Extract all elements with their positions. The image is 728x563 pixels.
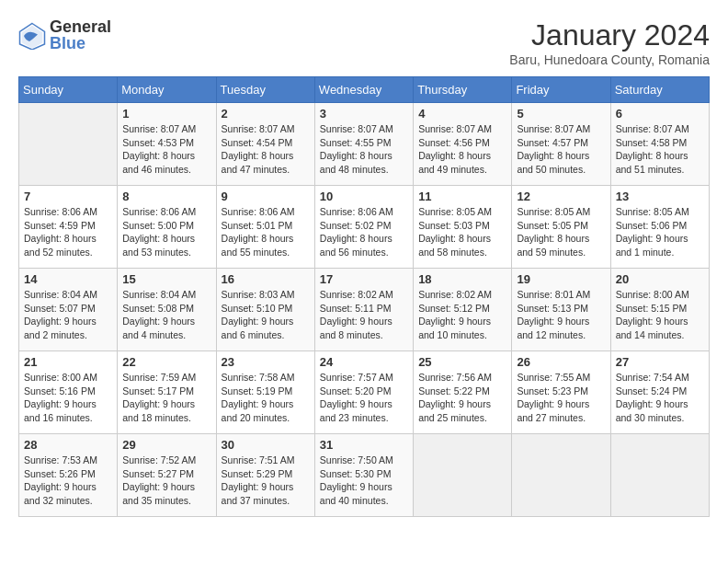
day-number: 13 <box>616 190 704 203</box>
calendar-cell: 9Sunrise: 8:06 AMSunset: 5:01 PMDaylight… <box>216 186 314 269</box>
calendar-cell: 27Sunrise: 7:54 AMSunset: 5:24 PMDayligh… <box>610 351 709 434</box>
day-number: 19 <box>517 272 605 286</box>
calendar-cell: 15Sunrise: 8:04 AMSunset: 5:08 PMDayligh… <box>118 269 216 351</box>
weekday-header-thursday: Thursday <box>414 77 512 103</box>
day-detail: Sunrise: 7:52 AMSunset: 5:27 PMDaylight:… <box>122 454 210 508</box>
day-number: 24 <box>320 355 408 369</box>
calendar-cell: 19Sunrise: 8:01 AMSunset: 5:13 PMDayligh… <box>512 269 610 351</box>
day-detail: Sunrise: 8:05 AMSunset: 5:03 PMDaylight:… <box>418 205 506 259</box>
calendar-table: SundayMondayTuesdayWednesdayThursdayFrid… <box>18 76 710 517</box>
weekday-header-sunday: Sunday <box>19 77 118 103</box>
month-title: January 2024 <box>509 18 710 52</box>
day-detail: Sunrise: 7:50 AMSunset: 5:30 PMDaylight:… <box>320 454 408 508</box>
day-number: 16 <box>222 272 310 286</box>
calendar-cell: 24Sunrise: 7:57 AMSunset: 5:20 PMDayligh… <box>314 351 413 434</box>
calendar-cell: 29Sunrise: 7:52 AMSunset: 5:27 PMDayligh… <box>118 434 216 517</box>
day-detail: Sunrise: 8:07 AMSunset: 4:56 PMDaylight:… <box>418 122 506 177</box>
day-detail: Sunrise: 8:00 AMSunset: 5:16 PMDaylight:… <box>24 371 112 425</box>
calendar-cell: 28Sunrise: 7:53 AMSunset: 5:26 PMDayligh… <box>19 434 118 517</box>
day-number: 28 <box>24 438 112 452</box>
day-number: 25 <box>418 355 506 369</box>
day-detail: Sunrise: 8:03 AMSunset: 5:10 PMDaylight:… <box>222 288 310 342</box>
day-detail: Sunrise: 7:57 AMSunset: 5:20 PMDaylight:… <box>320 371 408 425</box>
calendar-week-row: 14Sunrise: 8:04 AMSunset: 5:07 PMDayligh… <box>19 269 710 351</box>
day-detail: Sunrise: 8:05 AMSunset: 5:05 PMDaylight:… <box>517 205 605 259</box>
calendar-cell: 13Sunrise: 8:05 AMSunset: 5:06 PMDayligh… <box>610 186 709 269</box>
calendar-cell: 3Sunrise: 8:07 AMSunset: 4:55 PMDaylight… <box>314 103 413 186</box>
calendar-cell: 8Sunrise: 8:06 AMSunset: 5:00 PMDaylight… <box>118 186 216 269</box>
day-detail: Sunrise: 8:07 AMSunset: 4:53 PMDaylight:… <box>122 122 210 177</box>
page-header: General Blue January 2024 Baru, Hunedoar… <box>18 18 710 67</box>
day-detail: Sunrise: 7:59 AMSunset: 5:17 PMDaylight:… <box>122 371 210 425</box>
day-number: 27 <box>616 355 704 369</box>
title-block: January 2024 Baru, Hunedoara County, Rom… <box>509 18 710 67</box>
weekday-header-wednesday: Wednesday <box>314 77 413 103</box>
day-number: 1 <box>122 107 210 121</box>
calendar-cell: 5Sunrise: 8:07 AMSunset: 4:57 PMDaylight… <box>512 103 610 186</box>
day-number: 4 <box>418 107 506 121</box>
calendar-cell <box>610 434 709 517</box>
day-number: 30 <box>222 438 310 452</box>
calendar-cell: 18Sunrise: 8:02 AMSunset: 5:12 PMDayligh… <box>414 269 512 351</box>
calendar-cell: 16Sunrise: 8:03 AMSunset: 5:10 PMDayligh… <box>216 269 314 351</box>
calendar-cell: 2Sunrise: 8:07 AMSunset: 4:54 PMDaylight… <box>216 103 314 186</box>
day-number: 23 <box>222 355 310 369</box>
calendar-cell: 1Sunrise: 8:07 AMSunset: 4:53 PMDaylight… <box>118 103 216 186</box>
weekday-header-tuesday: Tuesday <box>216 77 314 103</box>
day-detail: Sunrise: 8:06 AMSunset: 5:00 PMDaylight:… <box>122 205 210 259</box>
logo-general: General <box>50 18 111 35</box>
calendar-cell: 22Sunrise: 7:59 AMSunset: 5:17 PMDayligh… <box>118 351 216 434</box>
day-number: 3 <box>320 107 408 121</box>
logo-blue: Blue <box>50 34 85 52</box>
day-detail: Sunrise: 7:54 AMSunset: 5:24 PMDaylight:… <box>616 371 704 425</box>
calendar-cell: 26Sunrise: 7:55 AMSunset: 5:23 PMDayligh… <box>512 351 610 434</box>
calendar-cell: 11Sunrise: 8:05 AMSunset: 5:03 PMDayligh… <box>414 186 512 269</box>
day-detail: Sunrise: 8:07 AMSunset: 4:54 PMDaylight:… <box>222 122 310 177</box>
day-number: 7 <box>24 190 112 203</box>
day-detail: Sunrise: 8:06 AMSunset: 5:01 PMDaylight:… <box>222 205 310 259</box>
calendar-week-row: 7Sunrise: 8:06 AMSunset: 4:59 PMDaylight… <box>19 186 710 269</box>
day-number: 29 <box>122 438 210 452</box>
calendar-cell: 31Sunrise: 7:50 AMSunset: 5:30 PMDayligh… <box>314 434 413 517</box>
calendar-week-row: 21Sunrise: 8:00 AMSunset: 5:16 PMDayligh… <box>19 351 710 434</box>
day-detail: Sunrise: 7:56 AMSunset: 5:22 PMDaylight:… <box>418 371 506 425</box>
calendar-cell: 30Sunrise: 7:51 AMSunset: 5:29 PMDayligh… <box>216 434 314 517</box>
logo: General Blue <box>18 18 111 52</box>
calendar-cell: 20Sunrise: 8:00 AMSunset: 5:15 PMDayligh… <box>610 269 709 351</box>
day-detail: Sunrise: 8:01 AMSunset: 5:13 PMDaylight:… <box>517 288 605 342</box>
calendar-cell: 12Sunrise: 8:05 AMSunset: 5:05 PMDayligh… <box>512 186 610 269</box>
day-detail: Sunrise: 8:07 AMSunset: 4:57 PMDaylight:… <box>517 122 605 177</box>
day-detail: Sunrise: 7:55 AMSunset: 5:23 PMDaylight:… <box>517 371 605 425</box>
day-detail: Sunrise: 8:05 AMSunset: 5:06 PMDaylight:… <box>616 205 704 259</box>
day-number: 9 <box>222 190 310 203</box>
day-number: 22 <box>122 355 210 369</box>
day-detail: Sunrise: 8:07 AMSunset: 4:58 PMDaylight:… <box>616 122 704 177</box>
calendar-cell <box>512 434 610 517</box>
calendar-cell: 14Sunrise: 8:04 AMSunset: 5:07 PMDayligh… <box>19 269 118 351</box>
day-number: 18 <box>418 272 506 286</box>
day-number: 6 <box>616 107 704 121</box>
weekday-header-monday: Monday <box>118 77 216 103</box>
day-number: 2 <box>222 107 310 121</box>
calendar-cell: 6Sunrise: 8:07 AMSunset: 4:58 PMDaylight… <box>610 103 709 186</box>
day-detail: Sunrise: 7:51 AMSunset: 5:29 PMDaylight:… <box>222 454 310 508</box>
calendar-cell: 21Sunrise: 8:00 AMSunset: 5:16 PMDayligh… <box>19 351 118 434</box>
calendar-cell: 10Sunrise: 8:06 AMSunset: 5:02 PMDayligh… <box>314 186 413 269</box>
calendar-cell: 4Sunrise: 8:07 AMSunset: 4:56 PMDaylight… <box>414 103 512 186</box>
calendar-cell: 7Sunrise: 8:06 AMSunset: 4:59 PMDaylight… <box>19 186 118 269</box>
calendar-cell <box>414 434 512 517</box>
day-number: 14 <box>24 272 112 286</box>
calendar-cell: 17Sunrise: 8:02 AMSunset: 5:11 PMDayligh… <box>314 269 413 351</box>
day-number: 12 <box>517 190 605 203</box>
weekday-header-row: SundayMondayTuesdayWednesdayThursdayFrid… <box>19 77 710 103</box>
day-number: 31 <box>320 438 408 452</box>
day-number: 15 <box>122 272 210 286</box>
day-number: 26 <box>517 355 605 369</box>
day-detail: Sunrise: 8:07 AMSunset: 4:55 PMDaylight:… <box>320 122 408 177</box>
day-detail: Sunrise: 7:53 AMSunset: 5:26 PMDaylight:… <box>24 454 112 508</box>
weekday-header-saturday: Saturday <box>610 77 709 103</box>
day-detail: Sunrise: 8:06 AMSunset: 5:02 PMDaylight:… <box>320 205 408 259</box>
day-number: 17 <box>320 272 408 286</box>
day-number: 11 <box>418 190 506 203</box>
day-detail: Sunrise: 8:02 AMSunset: 5:11 PMDaylight:… <box>320 288 408 342</box>
